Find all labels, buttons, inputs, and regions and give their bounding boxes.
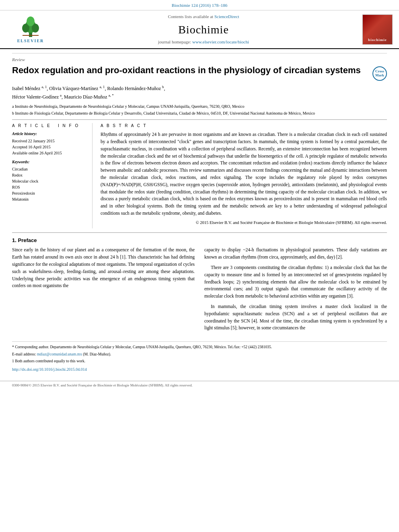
article-info-heading: A R T I C L E I N F O [12,123,88,129]
body-section: 1. Preface Since early in the history of… [12,237,387,335]
keyword-melatonin: Melatonin [12,197,88,202]
section1-label: Preface [18,237,37,243]
footnote-email-name: (M. Díaz-Muñoz). [83,352,111,356]
footnote-corresponding: * Corresponding author. Departamento de … [12,344,387,350]
citation-bar: Biochimie 124 (2016) 178–186 [0,0,399,10]
body-p1: Since early in the history of our planet… [12,246,195,290]
main-content: Review Redox regulation and pro-oxidant … [0,49,399,378]
keyword-peroxiredoxin: Peroxiredoxin [12,191,88,196]
copyright-line: © 2015 Elsevier B.V. and Société Françai… [101,220,387,226]
footnote-section: * Corresponding author. Departamento de … [12,341,387,372]
abstract-paragraph: Rhythms of approximately 24 h are pervas… [101,131,387,217]
section1-number: 1. [12,237,16,243]
accepted-date: Accepted 16 April 2015 [12,144,88,150]
sciencedirect-line: Contents lists available at ScienceDirec… [55,14,352,20]
keywords-label: Keywords: [12,159,88,165]
elsevier-brand-text: ELSEVIER [17,38,44,44]
body-col-left-text: Since early in the history of our planet… [12,246,195,290]
svg-point-4 [27,16,35,26]
biochimie-logo-text: biochimie [368,37,387,44]
info-abstract-section: A R T I C L E I N F O Article history: R… [12,123,387,228]
abstract-text: Rhythms of approximately 24 h are pervas… [101,131,387,226]
citation-text: Biochimie 124 (2016) 178–186 [172,3,227,8]
keyword-ros: ROS [12,185,88,190]
crossmark-icon: CrossMark [372,66,387,81]
body-col-right-text: capacity to display ~24-h fluctuations i… [204,246,387,332]
article-info-col: A R T I C L E I N F O Article history: R… [12,123,93,228]
elsevier-tree-icon [19,15,43,37]
body-col-left: Since early in the history of our planet… [12,246,195,335]
divider-1 [12,119,387,120]
received-date: Received 22 January 2015 [12,138,88,144]
elsevier-logo: ELSEVIER [17,15,44,44]
body-two-col: Since early in the history of our planet… [12,246,387,335]
biochimie-logo-section: biochimie [352,14,393,45]
journal-title-section: Contents lists available at ScienceDirec… [55,14,352,45]
body-p4: In mammals, the circadian timing system … [204,303,387,332]
bottom-copyright-text: 0300-9084/© 2015 Elsevier B.V. and Socié… [12,383,193,387]
sciencedirect-label: Contents lists available at [168,14,213,19]
article-history-label: Article history: [12,131,88,137]
homepage-label: journal homepage: [158,39,191,44]
footnote-email: E-mail address: mdiaz@comunidad.unam.mx … [12,351,387,357]
body-col-right: capacity to display ~24-h fluctuations i… [204,246,387,335]
keyword-molecular-clock: Molecular clock [12,179,88,184]
authors-line: Isabel Méndez a, 1, Olivia Vázquez-Martí… [12,84,387,101]
affiliation-b: b Instituto de Fisiología Celular, Depar… [12,110,387,116]
abstract-col: A B S T R A C T Rhythms of approximately… [101,123,387,228]
crossmark-badge: CrossMark [372,66,387,81]
affiliation-a: a Instituto de Neurobiología, Departamen… [12,103,387,109]
keyword-redox: Redox [12,173,88,178]
article-title: Redox regulation and pro-oxidant reactio… [12,65,368,76]
doi-link[interactable]: http://dx.doi.org/10.1016/j.biochi.2015.… [12,367,87,372]
footnote-email-label: E-mail address: [12,352,36,356]
available-online: Available online 26 April 2015 [12,150,88,156]
journal-homepage-line: journal homepage: www.elsevier.com/locat… [55,39,352,45]
body-p3: There are 3 components constituting the … [204,264,387,300]
doi-line: http://dx.doi.org/10.1016/j.biochi.2015.… [12,366,387,372]
divider-2 [12,232,387,233]
article-type-label: Review [12,53,387,63]
footnote-email-link[interactable]: mdiaz@comunidad.unam.mx [37,352,82,356]
keyword-circadian: Circadian [12,166,88,172]
journal-header: ELSEVIER Contents lists available at Sci… [0,10,399,49]
abstract-heading: A B S T R A C T [101,123,387,129]
biochimie-logo-box: biochimie [362,14,393,45]
affiliations: a Instituto de Neurobiología, Departamen… [12,103,387,116]
body-p2: capacity to display ~24-h fluctuations i… [204,246,387,261]
section1-title: 1. Preface [12,237,387,244]
homepage-url[interactable]: www.elsevier.com/locate/biochi [192,39,249,44]
bottom-copyright-bar: 0300-9084/© 2015 Elsevier B.V. and Socié… [0,381,399,390]
elsevier-logo-section: ELSEVIER [6,15,55,44]
sciencedirect-link[interactable]: ScienceDirect [214,14,239,19]
footnote-equal: 1 Both authors contributed equally to th… [12,358,387,364]
journal-title: Biochimie [55,22,352,37]
article-title-row: Redox regulation and pro-oxidant reactio… [12,65,387,81]
